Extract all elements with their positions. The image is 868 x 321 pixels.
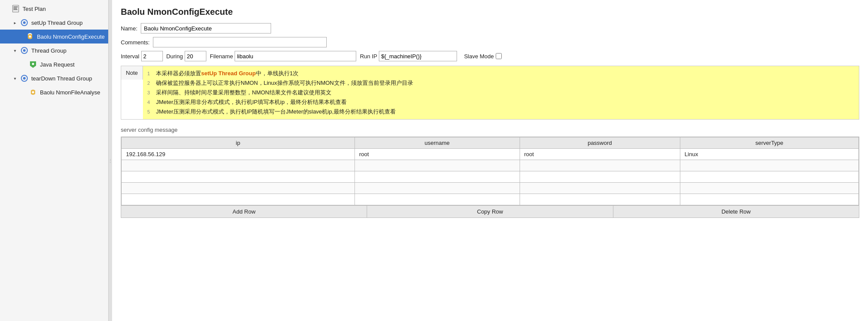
- chevron-icon: ▸: [14, 20, 19, 25]
- test-plan-icon: [11, 4, 20, 13]
- server-config-table-wrapper: ip username password serverType 192.168.…: [121, 137, 859, 206]
- delete-row-button[interactable]: Delete Row: [613, 206, 859, 217]
- interval-group: Interval: [121, 51, 163, 61]
- note-line-1: 1 本采样器必须放置setUp Thread Group中，单线执行1次: [147, 69, 855, 78]
- note-num-3: 3: [147, 89, 153, 97]
- during-group: During: [166, 51, 206, 61]
- note-num-5: 5: [147, 108, 153, 116]
- chevron-icon: ▾: [14, 76, 19, 81]
- interval-input[interactable]: [141, 51, 163, 61]
- table-row[interactable]: 192.168.56.129 root root Linux: [122, 149, 859, 160]
- note-text-4: JMeter压测采用非分布式模式，执行机IP填写本机ip，最终分析结果本机查看: [156, 97, 347, 107]
- note-content: 1 本采样器必须放置setUp Thread Group中，单线执行1次 2 确…: [143, 66, 859, 119]
- svg-rect-1: [13, 7, 18, 7]
- thread-group-icon: [20, 46, 29, 55]
- cell-servertype: Linux: [680, 149, 858, 160]
- comments-input[interactable]: [153, 37, 327, 47]
- slave-mode-group: Slave Mode: [464, 53, 502, 60]
- page-title: Baolu NmonConfigExecute: [121, 7, 859, 17]
- note-text-1: 本采样器必须放置setUp Thread Group中，单线执行1次: [156, 69, 298, 78]
- runip-label: Run IP: [360, 53, 377, 60]
- note-num-2: 2: [147, 79, 153, 87]
- name-row: Name:: [121, 23, 859, 33]
- name-label: Name:: [121, 25, 137, 32]
- filename-input[interactable]: [235, 51, 356, 61]
- name-input[interactable]: [141, 23, 271, 33]
- note-text-2: 确保被监控服务器上可以正常执行NMON，Linux操作系统可执行NMON文件，须…: [156, 78, 413, 88]
- svg-point-7: [29, 36, 31, 38]
- svg-point-5: [23, 21, 26, 24]
- sidebar-item-baolu-nmon-config[interactable]: Baolu NmonConfigExecute: [0, 30, 108, 43]
- sidebar-item-baolu-nmon-file[interactable]: Baolu NmonFileAnalyse: [0, 85, 108, 99]
- thread-group-icon: [20, 18, 29, 27]
- table-row-empty-3: [122, 183, 859, 194]
- sampler-icon: [29, 60, 37, 69]
- resize-handle[interactable]: ⋮: [109, 0, 112, 321]
- sidebar-item-thread-group[interactable]: ▾ Thread Group: [0, 43, 108, 57]
- filename-group: Filename: [210, 51, 356, 61]
- table-row-empty-2: [122, 171, 859, 183]
- sidebar-item-test-plan[interactable]: Test Plan: [0, 2, 108, 16]
- note-line-5: 5 JMeter压测采用分布式模式，执行机IP随机填写一台JMeter的slav…: [147, 107, 855, 117]
- server-config-table: ip username password serverType 192.168.…: [121, 137, 859, 205]
- svg-point-13: [32, 91, 34, 94]
- svg-rect-3: [13, 9, 17, 10]
- sidebar-item-label: setUp Thread Group: [31, 20, 83, 26]
- col-header-password: password: [520, 137, 680, 149]
- beanshell-icon: [29, 88, 37, 97]
- col-header-servertype: serverType: [680, 137, 858, 149]
- cell-username: root: [354, 149, 520, 160]
- beanshell-icon: [26, 32, 34, 41]
- during-input[interactable]: [185, 51, 206, 61]
- runip-group: Run IP: [360, 51, 457, 61]
- table-row-empty-4: [122, 194, 859, 205]
- server-config-title: server config message: [121, 126, 859, 134]
- during-label: During: [166, 53, 183, 60]
- sidebar: Test Plan ▸ setUp Thread Group Baolu Nmo…: [0, 0, 109, 321]
- slave-mode-checkbox[interactable]: [496, 53, 502, 59]
- note-line-2: 2 确保被监控服务器上可以正常执行NMON，Linux操作系统可执行NMON文件…: [147, 78, 855, 88]
- copy-row-button[interactable]: Copy Row: [367, 206, 613, 217]
- cell-ip: 192.168.56.129: [122, 149, 355, 160]
- note-text-3: 采样间隔、持续时间尽量采用整数型，NMON结果文件名建议使用英文: [156, 88, 331, 97]
- button-row: Add Row Copy Row Delete Row: [121, 206, 859, 218]
- params-row: Interval During Filename Run IP Slave Mo…: [121, 51, 859, 61]
- note-num-4: 4: [147, 98, 153, 107]
- col-header-username: username: [354, 137, 520, 149]
- add-row-button[interactable]: Add Row: [121, 206, 367, 217]
- note-text-5: JMeter压测采用分布式模式，执行机IP随机填写一台JMeter的slave机…: [156, 107, 396, 117]
- sidebar-item-label: Java Request: [40, 61, 75, 68]
- comments-row: Comments:: [121, 37, 859, 47]
- note-line-4: 4 JMeter压测采用非分布式模式，执行机IP填写本机ip，最终分析结果本机查…: [147, 97, 855, 107]
- main-content: Baolu NmonConfigExecute Name: Comments: …: [112, 0, 868, 321]
- sidebar-item-setup-thread-group[interactable]: ▸ setUp Thread Group: [0, 16, 108, 30]
- filename-label: Filename: [210, 53, 233, 60]
- sidebar-item-teardown-thread-group[interactable]: ▾ tearDown Thread Group: [0, 71, 108, 85]
- chevron-icon: ▾: [14, 48, 19, 53]
- runip-input[interactable]: [379, 51, 457, 61]
- sidebar-item-label: Thread Group: [31, 47, 66, 54]
- col-header-ip: ip: [122, 137, 355, 149]
- sidebar-item-java-request[interactable]: Java Request: [0, 57, 108, 71]
- sidebar-item-label: Test Plan: [23, 6, 46, 12]
- comments-label: Comments:: [121, 39, 149, 46]
- table-row-empty-1: [122, 160, 859, 171]
- note-line-3: 3 采样间隔、持续时间尽量采用整数型，NMON结果文件名建议使用英文: [147, 88, 855, 97]
- slave-mode-label: Slave Mode: [464, 53, 494, 60]
- note-num-1: 1: [147, 70, 153, 78]
- svg-point-9: [23, 49, 26, 52]
- svg-rect-0: [13, 5, 19, 12]
- sidebar-item-label: tearDown Thread Group: [31, 75, 92, 82]
- thread-group-icon: [20, 74, 29, 83]
- svg-point-12: [23, 77, 26, 80]
- sidebar-item-label: Baolu NmonConfigExecute: [37, 33, 105, 40]
- note-label: Note: [121, 66, 143, 80]
- svg-rect-2: [13, 8, 17, 9]
- interval-label: Interval: [121, 53, 139, 60]
- cell-password: root: [520, 149, 680, 160]
- svg-point-10: [32, 63, 34, 65]
- note-section: Note 1 本采样器必须放置setUp Thread Group中，单线执行1…: [121, 66, 859, 120]
- sidebar-item-label: Baolu NmonFileAnalyse: [40, 89, 100, 96]
